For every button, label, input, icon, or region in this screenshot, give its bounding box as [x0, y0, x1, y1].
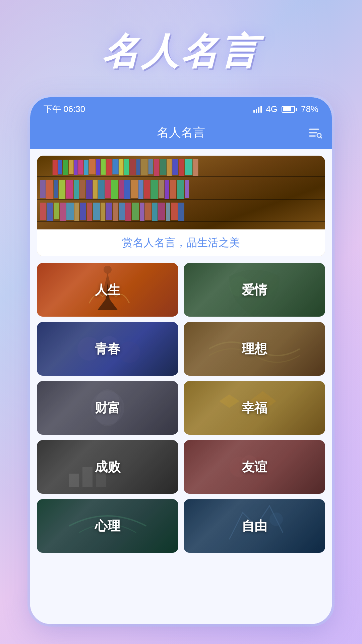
phone-frame: 下午 06:30 4G 78% 名人名言: [30, 97, 332, 624]
category-card-ziyou[interactable]: 自由: [184, 499, 325, 553]
books-row-2: [37, 180, 325, 199]
category-card-caifu[interactable]: 财富: [37, 381, 178, 435]
shelf-2: [37, 199, 325, 200]
category-label-chengbai: 成败: [37, 440, 178, 494]
category-card-chengbai[interactable]: 成败: [37, 440, 178, 494]
category-label-aiqing: 爱情: [184, 263, 325, 317]
library-visual: [37, 156, 325, 229]
battery-fill: [283, 107, 291, 111]
svg-line-4: [320, 137, 322, 138]
category-label-xinli: 心理: [37, 499, 178, 553]
battery-icon: [282, 106, 297, 113]
nav-search-icon[interactable]: [308, 126, 322, 142]
signal-bar-3: [258, 107, 259, 113]
svg-rect-1: [309, 132, 317, 133]
status-right: 4G 78%: [253, 104, 318, 114]
signal-bar-4: [260, 106, 262, 113]
books-row-1: [50, 158, 325, 176]
battery-percent: 78%: [301, 104, 318, 114]
category-label-lixiang: 理想: [184, 322, 325, 376]
svg-rect-0: [309, 128, 319, 130]
category-label-youyi: 友谊: [184, 440, 325, 494]
category-card-xingfu[interactable]: 幸福: [184, 381, 325, 435]
category-card-aiqing[interactable]: 爱情: [184, 263, 325, 317]
signal-bar-2: [256, 109, 257, 113]
category-label-qingchun: 青春: [37, 322, 178, 376]
svg-rect-2: [309, 135, 316, 137]
battery-tip: [296, 108, 297, 111]
category-label-ziyou: 自由: [184, 499, 325, 553]
category-card-youyi[interactable]: 友谊: [184, 440, 325, 494]
nav-title: 名人名言: [157, 125, 205, 139]
banner-subtitle: 赏名人名言，品生活之美: [37, 229, 325, 256]
signal-icon: [253, 106, 262, 113]
category-grid: 人生爱情青春理想财富幸福成败友谊心理自由: [30, 256, 332, 559]
category-label-rensheng: 人生: [37, 263, 178, 317]
category-label-xingfu: 幸福: [184, 381, 325, 435]
battery-body: [282, 106, 295, 113]
category-card-lixiang[interactable]: 理想: [184, 322, 325, 376]
signal-bar-1: [253, 110, 255, 113]
category-label-caifu: 财富: [37, 381, 178, 435]
books-row-3: [37, 203, 325, 221]
banner-image: [37, 156, 325, 229]
app-main-title: 名人名言: [0, 27, 362, 77]
category-card-xinli[interactable]: 心理: [37, 499, 178, 553]
shelf-3: [37, 221, 325, 222]
network-type: 4G: [266, 104, 278, 114]
main-content: 赏名人名言，品生活之美 人生爱情青春理想财富幸福成败友谊心理自由: [30, 149, 332, 624]
nav-bar: 名人名言: [30, 119, 332, 149]
category-card-rensheng[interactable]: 人生: [37, 263, 178, 317]
status-time: 下午 06:30: [44, 103, 85, 115]
status-bar: 下午 06:30 4G 78%: [30, 97, 332, 119]
category-card-qingchun[interactable]: 青春: [37, 322, 178, 376]
banner: 赏名人名言，品生活之美: [37, 156, 325, 256]
